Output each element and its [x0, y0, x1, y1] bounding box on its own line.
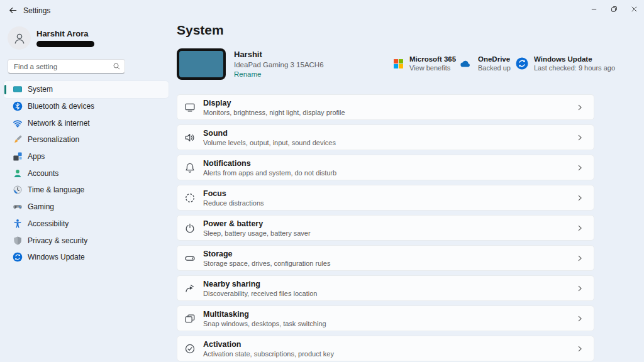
window-controls [584, 0, 644, 18]
settings-row-notifications[interactable]: Notifications Alerts from apps and syste… [177, 155, 594, 180]
device-info: Harshit IdeaPad Gaming 3 15ACH6 Rename [234, 50, 324, 78]
row-subtitle: Discoverability, received files location [203, 290, 317, 297]
settings-row-focus[interactable]: Focus Reduce distractions [177, 185, 594, 211]
row-title: Notifications [203, 159, 336, 168]
settings-row-display[interactable]: Display Monitors, brightness, night ligh… [177, 94, 594, 120]
sidebar: Harshit Arora System Bluetooth & devices [0, 19, 175, 362]
chevron-right-icon [575, 314, 584, 323]
settings-row-power-battery[interactable]: Power & battery Sleep, battery usage, ba… [177, 215, 594, 241]
row-subtitle: Snap windows, desktops, task switching [203, 320, 326, 327]
sidebar-item-system[interactable]: System [4, 81, 169, 98]
microsoft-365-icon [393, 58, 404, 69]
close-icon [630, 5, 638, 13]
sidebar-item-network-internet[interactable]: Network & internet [4, 114, 169, 131]
settings-rows: Display Monitors, brightness, night ligh… [177, 94, 594, 362]
sidebar-item-label: Apps [28, 152, 45, 161]
microsoft-365-label: Microsoft 365 [409, 55, 456, 63]
chevron-right-icon [575, 133, 584, 142]
device-model: IdeaPad Gaming 3 15ACH6 [234, 61, 324, 69]
activation-icon [184, 343, 196, 354]
onedrive-status: Backed up [478, 64, 511, 72]
sidebar-item-label: Accessibility [28, 219, 69, 228]
sidebar-item-gaming[interactable]: Gaming [4, 199, 169, 216]
time-language-icon [12, 185, 23, 195]
row-title: Activation [203, 340, 334, 349]
sidebar-item-accounts[interactable]: Accounts [4, 165, 169, 182]
network-icon [12, 118, 23, 128]
microsoft-365-tile[interactable]: Microsoft 365 View benefits [393, 55, 456, 72]
back-arrow-icon [8, 6, 18, 15]
settings-row-storage[interactable]: Storage Storage space, drives, configura… [177, 245, 594, 271]
profile-button[interactable]: Harshit Arora [8, 26, 94, 50]
minimize-button[interactable] [584, 0, 604, 18]
row-subtitle: Reduce distractions [203, 199, 264, 207]
row-title: Storage [203, 250, 330, 258]
chevron-right-icon [575, 284, 584, 293]
device-name: Harshit [234, 50, 324, 59]
row-title: Nearby sharing [203, 280, 317, 288]
sound-icon [184, 132, 196, 143]
row-subtitle: Volume levels, output, input, sound devi… [203, 139, 336, 146]
chevron-right-icon [575, 163, 584, 172]
power-icon [184, 222, 196, 234]
windows-update-icon [516, 57, 528, 70]
row-title: Sound [203, 129, 336, 138]
sidebar-item-label: Time & language [28, 185, 84, 194]
search-input[interactable] [8, 59, 125, 74]
person-icon [13, 31, 26, 45]
settings-row-sound[interactable]: Sound Volume levels, output, input, soun… [177, 124, 594, 150]
last-checked-status: Last checked: 9 hours ago [534, 64, 615, 72]
sidebar-item-label: Windows Update [28, 253, 85, 261]
sidebar-item-label: Privacy & security [28, 236, 87, 245]
view-benefits-link[interactable]: View benefits [409, 64, 456, 72]
sidebar-item-label: Accounts [28, 169, 58, 178]
windows-update-label: Windows Update [534, 55, 615, 63]
chevron-right-icon [575, 194, 584, 202]
settings-row-multitasking[interactable]: Multitasking Snap windows, desktops, tas… [177, 305, 594, 331]
back-button[interactable] [5, 4, 20, 16]
apps-icon [12, 151, 23, 162]
accessibility-icon [12, 218, 23, 229]
settings-row-nearby-sharing[interactable]: Nearby sharing Discoverability, received… [177, 275, 594, 301]
row-subtitle: Monitors, brightness, night light, displ… [203, 109, 345, 116]
profile-name: Harshit Arora [36, 26, 94, 38]
sidebar-item-accessibility[interactable]: Accessibility [4, 216, 169, 233]
settings-row-activation[interactable]: Activation Activation state, subscriptio… [177, 336, 594, 361]
focus-icon [184, 192, 196, 204]
notifications-icon [184, 162, 196, 173]
onedrive-tile[interactable]: OneDrive Backed up [457, 55, 511, 72]
sidebar-item-time-language[interactable]: Time & language [4, 182, 169, 199]
restore-icon [610, 5, 618, 13]
row-subtitle: Storage space, drives, configuration rul… [203, 260, 330, 267]
bluetooth-icon [12, 101, 23, 112]
gaming-icon [12, 202, 23, 212]
settings-window: Settings Harshit Arora [0, 0, 644, 362]
chevron-right-icon [575, 344, 584, 353]
sidebar-item-apps[interactable]: Apps [4, 148, 169, 165]
display-icon [184, 102, 196, 113]
chevron-right-icon [575, 103, 584, 112]
sidebar-item-label: Personalization [28, 135, 79, 144]
redacted-email [36, 41, 94, 47]
windows-update-icon [12, 252, 23, 263]
close-button[interactable] [624, 0, 644, 18]
sidebar-item-label: System [28, 85, 53, 94]
sidebar-item-bluetooth-devices[interactable]: Bluetooth & devices [4, 98, 169, 115]
sidebar-item-privacy-security[interactable]: Privacy & security [4, 232, 169, 249]
sidebar-item-label: Gaming [28, 202, 54, 211]
storage-icon [184, 253, 196, 264]
avatar [8, 26, 31, 50]
sidebar-item-windows-update[interactable]: Windows Update [4, 249, 169, 266]
sidebar-nav: System Bluetooth & devices Network & int… [4, 81, 169, 266]
search-box [8, 59, 125, 74]
chevron-right-icon [575, 254, 584, 263]
accounts-icon [12, 168, 23, 178]
search-icon [113, 62, 121, 70]
multitasking-icon [184, 313, 196, 324]
nearby-sharing-icon [184, 283, 196, 294]
sidebar-item-personalization[interactable]: Personalization [4, 131, 169, 148]
rename-link[interactable]: Rename [234, 70, 324, 78]
titlebar: Settings [0, 0, 644, 19]
restore-button[interactable] [604, 0, 624, 18]
windows-update-tile[interactable]: Windows Update Last checked: 9 hours ago [516, 55, 615, 72]
